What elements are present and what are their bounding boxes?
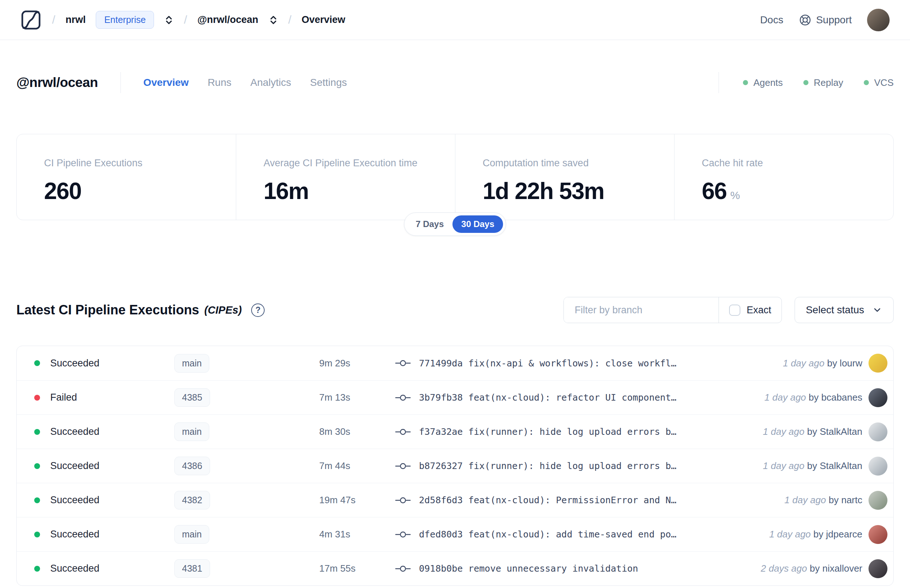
status-dot-icon bbox=[34, 566, 40, 572]
section-subtitle: (CIPEs) bbox=[204, 304, 242, 316]
branch-chip[interactable]: 4385 bbox=[175, 388, 210, 407]
status-label: Failed bbox=[50, 392, 77, 403]
branch-chip[interactable]: 4386 bbox=[175, 457, 210, 475]
nx-cloud-logo-icon[interactable] bbox=[20, 9, 42, 31]
table-row[interactable]: Failed 4385 7m 13s 3b79fb38 feat(nx-clou… bbox=[17, 380, 893, 414]
time-ago-label: 1 day ago bbox=[763, 460, 805, 471]
git-commit-icon bbox=[395, 427, 411, 437]
section-title: Latest CI Pipeline Executions bbox=[16, 302, 199, 318]
commit-cell[interactable]: 0918b0be remove unnecessary invalidation bbox=[395, 563, 716, 574]
commit-message: 3b79fb38 feat(nx-cloud): refactor UI com… bbox=[419, 392, 676, 403]
exact-label: Exact bbox=[747, 305, 771, 316]
author-label: by StalkAltan bbox=[807, 426, 862, 437]
tab-overview[interactable]: Overview bbox=[144, 77, 189, 89]
status-dot-icon bbox=[34, 498, 40, 503]
commit-cell[interactable]: dfed80d3 feat(nx-cloud): add time-saved … bbox=[395, 529, 716, 540]
status-label: Succeeded bbox=[50, 494, 99, 506]
workspace-switcher-chevron-icon[interactable] bbox=[268, 14, 278, 26]
table-row[interactable]: Succeeded 4382 19m 47s 2d58f6d3 feat(nx-… bbox=[17, 483, 893, 517]
branch-chip[interactable]: main bbox=[175, 354, 209, 373]
branch-cell: 4382 bbox=[175, 491, 319, 509]
author-avatar[interactable] bbox=[868, 354, 887, 373]
feature-status-vcs: VCS bbox=[864, 77, 894, 89]
author-label: by bcabanes bbox=[809, 392, 862, 403]
status-label: Succeeded bbox=[50, 563, 99, 574]
feature-label: VCS bbox=[874, 77, 894, 89]
table-row[interactable]: Succeeded 4386 7m 44s b8726327 fix(runne… bbox=[17, 449, 893, 483]
stat-value: 66 bbox=[702, 178, 727, 204]
status-dot-icon bbox=[34, 429, 40, 435]
author-avatar[interactable] bbox=[868, 491, 887, 510]
status-cell: Succeeded bbox=[34, 529, 175, 540]
time-ago-label: 1 day ago bbox=[769, 529, 811, 540]
branch-chip[interactable]: 4381 bbox=[175, 559, 210, 578]
commit-cell[interactable]: 2d58f6d3 feat(nx-cloud): PermissionError… bbox=[395, 495, 716, 506]
date-range-toggle-wrap: 7 Days 30 Days bbox=[0, 213, 910, 236]
duration-label: 8m 30s bbox=[319, 426, 395, 437]
status-cell: Succeeded bbox=[34, 460, 175, 472]
commit-cell[interactable]: b8726327 fix(runner): hide log upload er… bbox=[395, 460, 716, 471]
table-row[interactable]: Succeeded 4381 17m 55s 0918b0be remove u… bbox=[17, 551, 893, 585]
status-dot-icon bbox=[34, 395, 40, 401]
author-avatar[interactable] bbox=[868, 525, 887, 544]
green-status-dot-icon bbox=[864, 80, 869, 85]
author-avatar[interactable] bbox=[868, 457, 887, 476]
breadcrumb-org[interactable]: nrwl bbox=[66, 14, 86, 26]
exact-match-toggle[interactable]: Exact bbox=[719, 297, 782, 323]
author-avatar[interactable] bbox=[868, 422, 887, 441]
green-status-dot-icon bbox=[803, 80, 808, 85]
branch-cell: main bbox=[175, 422, 319, 441]
commit-message: dfed80d3 feat(nx-cloud): add time-saved … bbox=[419, 529, 676, 540]
question-circle-icon[interactable]: ? bbox=[251, 304, 265, 317]
branch-chip[interactable]: 4382 bbox=[175, 491, 210, 509]
user-avatar[interactable] bbox=[867, 9, 890, 31]
select-status-label: Select status bbox=[806, 304, 864, 316]
commit-cell[interactable]: f37a32ae fix(runner): hide log upload er… bbox=[395, 426, 716, 437]
docs-link[interactable]: Docs bbox=[760, 14, 783, 26]
stat-suffix: % bbox=[730, 189, 740, 201]
breadcrumb-page: Overview bbox=[302, 14, 346, 26]
org-switcher-chevron-icon[interactable] bbox=[164, 14, 174, 26]
commit-cell[interactable]: 771499da fix(nx-api & workflows): close … bbox=[395, 358, 716, 368]
duration-label: 19m 47s bbox=[319, 494, 395, 506]
branch-filter-group: Exact bbox=[564, 297, 782, 323]
branch-cell: 4381 bbox=[175, 559, 319, 578]
stat-average-execution-time: Average CI Pipeline Execution time 16m bbox=[236, 134, 455, 220]
tab-analytics[interactable]: Analytics bbox=[251, 77, 291, 89]
author-label: by lourw bbox=[827, 358, 862, 368]
meta-cell: 1 day ago by lourw bbox=[716, 354, 887, 373]
git-commit-icon bbox=[395, 496, 411, 505]
support-link[interactable]: Support bbox=[798, 13, 852, 27]
meta-cell: 1 day ago by nartc bbox=[716, 491, 887, 510]
table-row[interactable]: Succeeded main 8m 30s f37a32ae fix(runne… bbox=[17, 414, 893, 449]
branch-chip[interactable]: main bbox=[175, 422, 209, 441]
branch-chip[interactable]: main bbox=[175, 525, 209, 544]
cipe-section-header: Latest CI Pipeline Executions (CIPEs) ? … bbox=[16, 297, 894, 323]
status-label: Succeeded bbox=[50, 358, 99, 369]
range-30-days-button[interactable]: 30 Days bbox=[453, 215, 503, 233]
meta-cell: 1 day ago by jdpearce bbox=[716, 525, 887, 544]
branch-cell: main bbox=[175, 354, 319, 373]
duration-label: 4m 31s bbox=[319, 529, 395, 540]
breadcrumb-workspace[interactable]: @nrwl/ocean bbox=[197, 14, 258, 26]
commit-cell[interactable]: 3b79fb38 feat(nx-cloud): refactor UI com… bbox=[395, 392, 716, 403]
table-row[interactable]: Succeeded main 9m 29s 771499da fix(nx-ap… bbox=[17, 346, 893, 380]
commit-message: 2d58f6d3 feat(nx-cloud): PermissionError… bbox=[419, 495, 676, 506]
tab-settings[interactable]: Settings bbox=[310, 77, 347, 89]
range-7-days-button[interactable]: 7 Days bbox=[407, 215, 453, 233]
time-ago-label: 1 day ago bbox=[763, 426, 805, 437]
divider bbox=[719, 72, 719, 93]
table-row[interactable]: Succeeded main 4m 31s dfed80d3 feat(nx-c… bbox=[17, 517, 893, 551]
meta-cell: 1 day ago by bcabanes bbox=[716, 388, 887, 407]
status-cell: Succeeded bbox=[34, 494, 175, 506]
workspace-header: @nrwl/ocean Overview Runs Analytics Sett… bbox=[0, 72, 910, 93]
branch-filter-input[interactable] bbox=[564, 297, 719, 323]
tab-runs[interactable]: Runs bbox=[207, 77, 231, 89]
git-commit-icon bbox=[395, 359, 411, 368]
exact-checkbox[interactable] bbox=[729, 305, 740, 316]
select-status-dropdown[interactable]: Select status bbox=[795, 297, 894, 323]
status-dot-icon bbox=[34, 531, 40, 538]
feature-status-list: Agents Replay VCS bbox=[696, 72, 894, 93]
author-avatar[interactable] bbox=[868, 388, 887, 407]
author-avatar[interactable] bbox=[868, 559, 887, 578]
